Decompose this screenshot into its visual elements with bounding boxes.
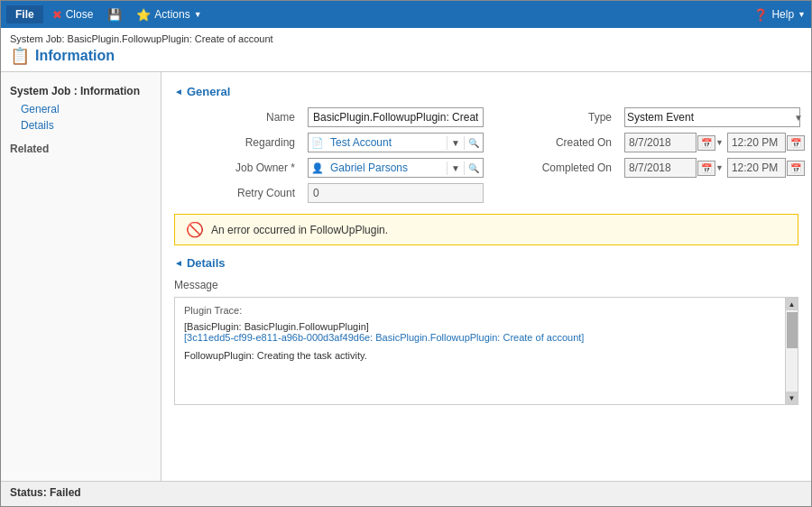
general-collapse-icon: ◄ xyxy=(174,87,183,97)
type-select-wrapper: System Event ▼ xyxy=(624,107,805,127)
name-input[interactable] xyxy=(308,107,484,127)
trace-line-2: [3c11edd5-cf99-e811-a96b-000d3af49d6e: B… xyxy=(184,332,789,343)
created-on-date-input[interactable] xyxy=(624,133,697,152)
general-section-header[interactable]: ◄ General xyxy=(174,85,798,98)
page-title: Information xyxy=(35,48,115,64)
general-section: ◄ General Name Type System Event xyxy=(174,85,798,245)
completed-on-group: 📅 ▼ 📅 xyxy=(624,158,805,178)
breadcrumb: System Job: BasicPlugin.FollowupPlugin: … xyxy=(10,33,802,44)
scroll-thumb[interactable] xyxy=(787,312,798,348)
scroll-down-button[interactable]: ▼ xyxy=(786,392,798,404)
help-icon: ❓ xyxy=(753,8,768,22)
regarding-expand-icon[interactable]: ▼ xyxy=(447,136,464,150)
type-select[interactable]: System Event xyxy=(624,107,800,127)
completed-on-date-input[interactable] xyxy=(624,158,697,178)
job-owner-input-box: 👤 Gabriel Parsons ▼ 🔍 xyxy=(308,158,484,178)
details-section-header[interactable]: ◄ Details xyxy=(174,256,798,270)
retry-count-wrapper xyxy=(308,183,484,203)
job-owner-label: Job Owner * xyxy=(174,161,300,174)
save-icon: 💾 xyxy=(107,8,122,22)
trace-label: Plugin Trace: xyxy=(184,305,789,316)
info-icon: 📋 xyxy=(10,46,30,66)
error-banner: 🚫 An error occurred in FollowUpPlugin. xyxy=(174,214,798,245)
breadcrumb-area: System Job: BasicPlugin.FollowupPlugin: … xyxy=(1,28,811,72)
retry-count-label: Retry Count xyxy=(174,187,300,199)
job-owner-expand-icon[interactable]: ▼ xyxy=(447,161,464,175)
job-owner-lookup-icon[interactable]: 🔍 xyxy=(464,161,483,175)
sidebar-item-details[interactable]: Details xyxy=(1,117,161,134)
help-arrow-icon: ▼ xyxy=(798,10,806,19)
regarding-doc-icon: 📄 xyxy=(309,134,327,152)
file-button[interactable]: File xyxy=(6,5,43,23)
regarding-lookup-icon[interactable]: 🔍 xyxy=(464,136,483,150)
help-button[interactable]: ❓ Help ▼ xyxy=(753,8,806,22)
sidebar-item-general[interactable]: General xyxy=(1,101,161,117)
actions-arrow-icon: ▼ xyxy=(194,10,202,19)
completed-on-time-expand-icon[interactable]: 📅 xyxy=(787,161,805,176)
status-bar: Status: Failed xyxy=(1,481,811,502)
general-form: Name Type System Event ▼ Regarding xyxy=(174,107,798,203)
retry-count-input xyxy=(308,183,484,203)
trace-line-3 xyxy=(184,343,789,350)
regarding-label: Regarding xyxy=(174,136,300,149)
app-container: File ✖ Close 💾 ⭐ Actions ▼ ❓ Help ▼ Syst… xyxy=(0,0,812,507)
main-layout: System Job : Information General Details… xyxy=(1,72,811,481)
status-label: Status: Failed xyxy=(10,486,81,499)
name-field-wrapper xyxy=(308,107,484,127)
created-on-dropdown-icon: ▼ xyxy=(715,138,724,147)
save-button[interactable]: 💾 xyxy=(102,6,127,23)
sidebar-section-title: System Job : Information xyxy=(1,81,161,101)
type-label: Type xyxy=(491,111,617,124)
completed-on-time-input[interactable] xyxy=(727,158,786,178)
details-collapse-icon: ◄ xyxy=(174,258,183,268)
name-label: Name xyxy=(174,111,300,124)
error-message: An error occurred in FollowUpPlugin. xyxy=(211,224,388,236)
trace-line-4: FollowupPlugin: Creating the task activi… xyxy=(184,350,789,361)
content-area: ◄ General Name Type System Event xyxy=(161,72,811,481)
job-owner-field-wrapper: 👤 Gabriel Parsons ▼ 🔍 xyxy=(308,158,484,178)
scroll-up-button[interactable]: ▲ xyxy=(786,298,798,310)
close-button[interactable]: ✖ Close xyxy=(47,6,99,23)
actions-icon: ⭐ xyxy=(136,8,151,22)
completed-on-label: Completed On xyxy=(491,161,617,174)
created-on-calendar-icon[interactable]: 📅 xyxy=(697,135,715,151)
actions-button[interactable]: ⭐ Actions ▼ xyxy=(131,6,207,23)
created-on-time-expand-icon[interactable]: 📅 xyxy=(787,135,805,151)
trace-box: Plugin Trace: [BasicPlugin: BasicPlugin.… xyxy=(174,297,798,405)
created-on-time-input[interactable] xyxy=(727,133,786,152)
sidebar: System Job : Information General Details… xyxy=(1,72,161,481)
created-on-group: 📅 ▼ 📅 xyxy=(624,133,805,152)
completed-on-dropdown-icon: ▼ xyxy=(715,163,724,172)
error-icon: 🚫 xyxy=(186,221,204,238)
completed-on-calendar-icon[interactable]: 📅 xyxy=(697,161,715,176)
job-owner-value: Gabriel Parsons xyxy=(327,159,447,177)
created-on-label: Created On xyxy=(491,136,617,149)
message-label: Message xyxy=(174,279,798,291)
trace-scrollbar: ▲ ▼ xyxy=(785,298,798,404)
regarding-value: Test Account xyxy=(327,134,447,152)
regarding-field-wrapper: 📄 Test Account ▼ 🔍 xyxy=(308,133,484,152)
top-bar: File ✖ Close 💾 ⭐ Actions ▼ ❓ Help ▼ xyxy=(1,1,811,28)
job-owner-person-icon: 👤 xyxy=(309,160,327,177)
details-section: ◄ Details Message Plugin Trace: [BasicPl… xyxy=(174,256,798,405)
sidebar-related-label: Related xyxy=(1,134,161,159)
close-icon: ✖ xyxy=(52,8,62,22)
regarding-input-box: 📄 Test Account ▼ 🔍 xyxy=(308,133,484,152)
trace-line-1: [BasicPlugin: BasicPlugin.FollowupPlugin… xyxy=(184,321,789,332)
